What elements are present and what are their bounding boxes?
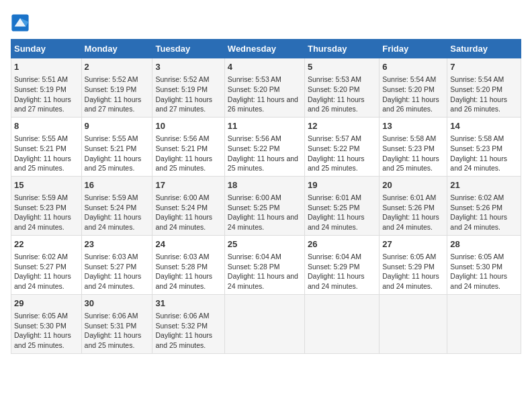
- sunrise-label: Sunrise: 6:00 AM: [228, 193, 281, 201]
- sunset-label: Sunset: 5:19 PM: [85, 85, 137, 93]
- sunrise-label: Sunrise: 5:53 AM: [308, 75, 361, 83]
- day-number: 6: [382, 61, 444, 73]
- calendar-cell: 9Sunrise: 5:55 AMSunset: 5:21 PMDaylight…: [81, 117, 152, 176]
- calendar-cell: 11Sunrise: 5:56 AMSunset: 5:22 PMDayligh…: [224, 117, 304, 176]
- header: [11, 11, 521, 32]
- sunrise-label: Sunrise: 6:00 AM: [155, 193, 209, 201]
- calendar-cell: 31Sunrise: 6:06 AMSunset: 5:32 PMDayligh…: [152, 294, 224, 353]
- day-number: 15: [14, 179, 79, 191]
- sunrise-label: Sunrise: 6:03 AM: [155, 253, 209, 261]
- logo: [11, 13, 32, 32]
- daylight-label: Daylight: 11 hours and 26 minutes.: [308, 95, 365, 113]
- weekday-header-tuesday: Tuesday: [152, 40, 224, 58]
- calendar-cell: 19Sunrise: 6:01 AMSunset: 5:25 PMDayligh…: [304, 176, 379, 235]
- day-number: 31: [155, 298, 221, 310]
- sunset-label: Sunset: 5:19 PM: [14, 85, 66, 93]
- calendar-week-5: 29Sunrise: 6:05 AMSunset: 5:30 PMDayligh…: [11, 294, 521, 353]
- sunset-label: Sunset: 5:23 PM: [382, 144, 435, 152]
- daylight-label: Daylight: 11 hours and 24 minutes.: [14, 272, 71, 290]
- daylight-label: Daylight: 11 hours and 24 minutes.: [382, 272, 439, 290]
- calendar-cell: 27Sunrise: 6:05 AMSunset: 5:29 PMDayligh…: [380, 235, 447, 294]
- sunrise-label: Sunrise: 6:05 AM: [382, 253, 436, 261]
- calendar-cell: 3Sunrise: 5:52 AMSunset: 5:19 PMDaylight…: [152, 58, 224, 118]
- sunset-label: Sunset: 5:30 PM: [14, 322, 66, 330]
- calendar-cell: 28Sunrise: 6:05 AMSunset: 5:30 PMDayligh…: [447, 235, 521, 294]
- calendar-cell: 15Sunrise: 5:59 AMSunset: 5:23 PMDayligh…: [11, 176, 82, 235]
- daylight-label: Daylight: 11 hours and 27 minutes.: [85, 95, 142, 113]
- sunset-label: Sunset: 5:22 PM: [228, 144, 280, 152]
- sunset-label: Sunset: 5:26 PM: [382, 203, 435, 212]
- calendar-cell: 8Sunrise: 5:55 AMSunset: 5:21 PMDaylight…: [11, 117, 82, 176]
- sunrise-label: Sunrise: 5:59 AM: [85, 193, 138, 201]
- calendar-cell: 26Sunrise: 6:04 AMSunset: 5:29 PMDayligh…: [304, 235, 379, 294]
- sunset-label: Sunset: 5:26 PM: [450, 203, 502, 212]
- calendar-week-2: 8Sunrise: 5:55 AMSunset: 5:21 PMDaylight…: [11, 117, 521, 176]
- calendar-cell: [224, 294, 304, 353]
- sunset-label: Sunset: 5:20 PM: [450, 85, 502, 93]
- sunset-label: Sunset: 5:28 PM: [155, 263, 208, 271]
- daylight-label: Daylight: 11 hours and 27 minutes.: [14, 95, 71, 113]
- sunrise-label: Sunrise: 5:58 AM: [382, 134, 436, 142]
- sunrise-label: Sunrise: 5:51 AM: [14, 75, 68, 83]
- daylight-label: Daylight: 11 hours and 26 minutes.: [228, 95, 298, 113]
- day-number: 7: [450, 61, 518, 73]
- sunset-label: Sunset: 5:27 PM: [14, 263, 66, 271]
- sunset-label: Sunset: 5:23 PM: [14, 203, 66, 212]
- day-number: 27: [382, 238, 444, 250]
- day-number: 11: [228, 120, 302, 132]
- sunrise-label: Sunrise: 5:52 AM: [155, 75, 209, 83]
- day-number: 2: [85, 61, 150, 73]
- day-number: 16: [85, 179, 150, 191]
- day-number: 4: [228, 61, 302, 73]
- sunrise-label: Sunrise: 5:52 AM: [85, 75, 138, 83]
- calendar-header: SundayMondayTuesdayWednesdayThursdayFrid…: [11, 40, 521, 58]
- day-number: 21: [450, 179, 518, 191]
- daylight-label: Daylight: 11 hours and 24 minutes.: [228, 213, 298, 231]
- sunset-label: Sunset: 5:20 PM: [308, 85, 360, 93]
- calendar-cell: 7Sunrise: 5:54 AMSunset: 5:20 PMDaylight…: [447, 58, 521, 118]
- calendar-cell: 2Sunrise: 5:52 AMSunset: 5:19 PMDaylight…: [81, 58, 152, 118]
- calendar-table: SundayMondayTuesdayWednesdayThursdayFrid…: [11, 39, 521, 354]
- day-number: 19: [308, 179, 376, 191]
- sunset-label: Sunset: 5:21 PM: [155, 144, 208, 152]
- sunset-label: Sunset: 5:31 PM: [85, 322, 137, 330]
- daylight-label: Daylight: 11 hours and 24 minutes.: [450, 154, 507, 173]
- day-number: 29: [14, 298, 79, 310]
- sunrise-label: Sunrise: 6:02 AM: [450, 193, 504, 201]
- calendar-week-4: 22Sunrise: 6:02 AMSunset: 5:27 PMDayligh…: [11, 235, 521, 294]
- sunset-label: Sunset: 5:21 PM: [14, 144, 66, 152]
- daylight-label: Daylight: 11 hours and 25 minutes.: [382, 154, 439, 173]
- weekday-header-thursday: Thursday: [304, 40, 379, 58]
- sunset-label: Sunset: 5:28 PM: [228, 263, 280, 271]
- calendar-cell: 25Sunrise: 6:04 AMSunset: 5:28 PMDayligh…: [224, 235, 304, 294]
- calendar-cell: 18Sunrise: 6:00 AMSunset: 5:25 PMDayligh…: [224, 176, 304, 235]
- calendar-cell: 13Sunrise: 5:58 AMSunset: 5:23 PMDayligh…: [380, 117, 447, 176]
- day-number: 13: [382, 120, 444, 132]
- day-number: 9: [85, 120, 150, 132]
- sunrise-label: Sunrise: 6:02 AM: [14, 253, 68, 261]
- calendar-cell: 10Sunrise: 5:56 AMSunset: 5:21 PMDayligh…: [152, 117, 224, 176]
- sunrise-label: Sunrise: 5:57 AM: [308, 134, 361, 142]
- daylight-label: Daylight: 11 hours and 24 minutes.: [85, 213, 142, 231]
- calendar-week-3: 15Sunrise: 5:59 AMSunset: 5:23 PMDayligh…: [11, 176, 521, 235]
- sunrise-label: Sunrise: 6:01 AM: [308, 193, 361, 201]
- sunrise-label: Sunrise: 6:06 AM: [155, 312, 209, 320]
- calendar-cell: 4Sunrise: 5:53 AMSunset: 5:20 PMDaylight…: [224, 58, 304, 118]
- daylight-label: Daylight: 11 hours and 25 minutes.: [14, 331, 71, 349]
- day-number: 3: [155, 61, 221, 73]
- sunrise-label: Sunrise: 5:54 AM: [382, 75, 436, 83]
- sunrise-label: Sunrise: 5:56 AM: [228, 134, 281, 142]
- day-number: 10: [155, 120, 221, 132]
- calendar-cell: 22Sunrise: 6:02 AMSunset: 5:27 PMDayligh…: [11, 235, 82, 294]
- sunset-label: Sunset: 5:27 PM: [85, 263, 137, 271]
- sunset-label: Sunset: 5:20 PM: [382, 85, 435, 93]
- weekday-header-sunday: Sunday: [11, 40, 82, 58]
- daylight-label: Daylight: 11 hours and 27 minutes.: [155, 95, 212, 113]
- calendar-cell: 21Sunrise: 6:02 AMSunset: 5:26 PMDayligh…: [447, 176, 521, 235]
- calendar-body: 1Sunrise: 5:51 AMSunset: 5:19 PMDaylight…: [11, 58, 521, 354]
- day-number: 17: [155, 179, 221, 191]
- sunrise-label: Sunrise: 6:05 AM: [14, 312, 68, 320]
- logo-icon: [11, 13, 30, 32]
- calendar-cell: 5Sunrise: 5:53 AMSunset: 5:20 PMDaylight…: [304, 58, 379, 118]
- sunset-label: Sunset: 5:20 PM: [228, 85, 280, 93]
